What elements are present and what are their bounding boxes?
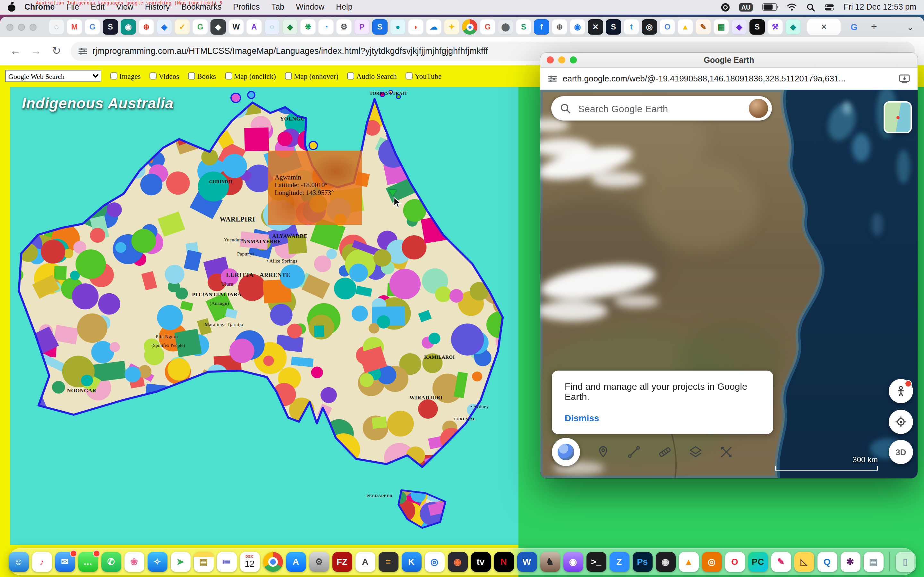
ge-overview-minimap[interactable]: [884, 101, 912, 133]
groote-eylandt[interactable]: [309, 141, 317, 149]
dock-app-obs[interactable]: ◉: [656, 552, 675, 572]
dock-app-ruler[interactable]: ◺: [794, 552, 814, 572]
dismiss-button[interactable]: Dismiss: [565, 413, 599, 423]
menubar-item-tab[interactable]: Tab: [271, 3, 284, 11]
pinned-tab-gmail[interactable]: M: [67, 19, 82, 35]
menubar-item-history[interactable]: History: [145, 3, 170, 11]
pinned-tab-star[interactable]: ✦: [444, 19, 459, 35]
pinned-tab-tools[interactable]: ⚒: [767, 19, 783, 35]
menubar-item-bookmarks[interactable]: Bookmarks: [181, 3, 221, 11]
menubar-item-edit[interactable]: Edit: [91, 3, 105, 11]
pinned-tab-onedrive[interactable]: ☁: [426, 19, 441, 35]
measure-button[interactable]: [657, 444, 672, 460]
menubar-item-file[interactable]: File: [66, 3, 79, 11]
dock-app-pen-tool[interactable]: ✎: [771, 552, 791, 572]
tiwi-islands[interactable]: [231, 93, 241, 103]
pinned-tab-s-blue[interactable]: S: [372, 19, 388, 35]
input-source-badge[interactable]: AU: [740, 3, 753, 11]
pinned-tab-g-red[interactable]: G: [480, 19, 495, 35]
pinned-tab-grid-green[interactable]: ▦: [714, 19, 729, 35]
pinned-tab-s-black[interactable]: S: [750, 19, 765, 35]
my-location-button[interactable]: [889, 410, 913, 434]
checkbox-images[interactable]: Images: [110, 72, 141, 80]
menubar-item-chrome[interactable]: Chrome: [24, 3, 55, 11]
torres-strait-island[interactable]: [396, 95, 401, 99]
map-area[interactable]: TORRES STRAITYOLNGUGURINDJIWARLPIRIYuend…: [14, 90, 515, 542]
pinned-tab-x-dark[interactable]: ✕: [588, 19, 603, 35]
dock-app-appstore[interactable]: A: [286, 552, 306, 572]
dock-app-mail[interactable]: ✉: [55, 552, 75, 572]
menubar-item-view[interactable]: View: [116, 3, 134, 11]
battery-icon[interactable]: [762, 3, 777, 11]
checkbox-input[interactable]: [285, 73, 292, 79]
dock-app-safari[interactable]: ✧: [147, 552, 167, 572]
dock-app-calendar[interactable]: DEC12: [240, 552, 260, 572]
pinned-tab-wikipedia[interactable]: W: [228, 19, 244, 35]
window-zoom-button[interactable]: [29, 23, 37, 31]
ge-address-bar[interactable]: earth.google.com/web/@-19.41990588,146.1…: [540, 68, 918, 90]
checkbox-input[interactable]: [188, 73, 195, 79]
wifi-icon[interactable]: [787, 3, 797, 11]
checkbox-input[interactable]: [225, 73, 232, 79]
tiwi-islands[interactable]: [248, 91, 255, 98]
dock-app-messages[interactable]: …: [78, 552, 98, 572]
dock-app-textedit[interactable]: A: [355, 552, 375, 572]
dock-app-apple-tv[interactable]: tv: [471, 552, 491, 572]
pinned-tab-facebook[interactable]: f: [534, 19, 549, 35]
pinned-tab-pencil[interactable]: ✎: [696, 19, 711, 35]
checkbox-map-onhover-[interactable]: Map (onhover): [285, 72, 338, 80]
pinned-tab-dot-teal[interactable]: ●: [390, 19, 405, 35]
window-close-button[interactable]: [6, 23, 13, 31]
dock-app-photoshop[interactable]: Ps: [632, 552, 652, 572]
menubar-item-window[interactable]: Window: [296, 3, 325, 11]
dock-app-docs[interactable]: ▤: [863, 552, 883, 572]
indigenous-languages-map[interactable]: [14, 90, 515, 542]
dock-app-reminders[interactable]: ≔: [216, 552, 236, 572]
pinned-tab-clock[interactable]: ◔: [318, 19, 334, 35]
checkbox-input[interactable]: [150, 73, 157, 79]
draw-path-button[interactable]: [626, 444, 642, 460]
checkbox-map-onclick-[interactable]: Map (onclick): [225, 72, 276, 80]
checkbox-videos[interactable]: Videos: [150, 72, 179, 80]
language-regions-mosaic[interactable]: [14, 90, 515, 542]
pinned-tab-a-purple[interactable]: A: [246, 19, 262, 35]
ge-site-settings-icon[interactable]: [548, 74, 557, 83]
dock-app-settings[interactable]: ⚙: [309, 552, 329, 572]
pinned-tab-p-purple[interactable]: P: [354, 19, 370, 35]
menubar-clock[interactable]: Fri 12 Dec 12:53 pm: [844, 3, 917, 11]
dock-app-music[interactable]: ♪: [32, 552, 52, 572]
pinned-tab-gear[interactable]: ⚙: [336, 19, 352, 35]
tab-search-chevron-icon[interactable]: ⌄: [903, 22, 918, 32]
dock-app-opera[interactable]: O: [725, 552, 745, 572]
pinned-tab-shield-blue[interactable]: ◆: [157, 19, 172, 35]
dock-app-chess[interactable]: ♞: [540, 552, 560, 572]
dock-app-podcasts[interactable]: ◉: [563, 552, 583, 572]
site-settings-icon[interactable]: [78, 47, 87, 55]
spotlight-search-icon[interactable]: [806, 3, 815, 11]
pinned-tab-t-blue[interactable]: t: [624, 19, 639, 35]
checkbox-books[interactable]: Books: [188, 72, 216, 80]
menubar-item-help[interactable]: Help: [336, 3, 352, 11]
pinned-tab-teal-dot[interactable]: ◉: [121, 19, 136, 35]
checkbox-input[interactable]: [347, 73, 355, 79]
australia-image-map[interactable]: TORRES STRAITYOLNGUGURINDJIWARLPIRIYuend…: [10, 87, 519, 545]
dock-app-keynote[interactable]: K: [401, 552, 421, 572]
dock-app-netflix[interactable]: N: [494, 552, 514, 572]
pinned-tab-shield-teal[interactable]: ◆: [785, 19, 801, 35]
dock-app-preview[interactable]: ◎: [425, 552, 444, 572]
ge-search-bar[interactable]: [551, 96, 772, 121]
dock-app-finder[interactable]: ☺: [9, 552, 29, 572]
pinned-tab-leaf-green[interactable]: ❋: [300, 19, 316, 35]
ge-satellite-view[interactable]: Find and manage all your projects in Goo…: [540, 90, 918, 478]
dock-app-blender[interactable]: ◎: [702, 552, 722, 572]
pinned-tab-check[interactable]: ✓: [174, 19, 190, 35]
pinned-tab-triangle-yellow[interactable]: ▲: [678, 19, 693, 35]
dock-app-facetime[interactable]: ✆: [101, 552, 121, 572]
dock-app-word[interactable]: W: [517, 552, 537, 572]
globe-button[interactable]: [552, 438, 580, 466]
checkbox-input[interactable]: [110, 73, 118, 79]
window-minimize-button[interactable]: [18, 23, 25, 31]
pinned-tab-gray-dot[interactable]: ⬤: [498, 19, 513, 35]
pinned-tab-google[interactable]: G: [85, 19, 100, 35]
pinned-tab-o-blue[interactable]: O: [660, 19, 675, 35]
